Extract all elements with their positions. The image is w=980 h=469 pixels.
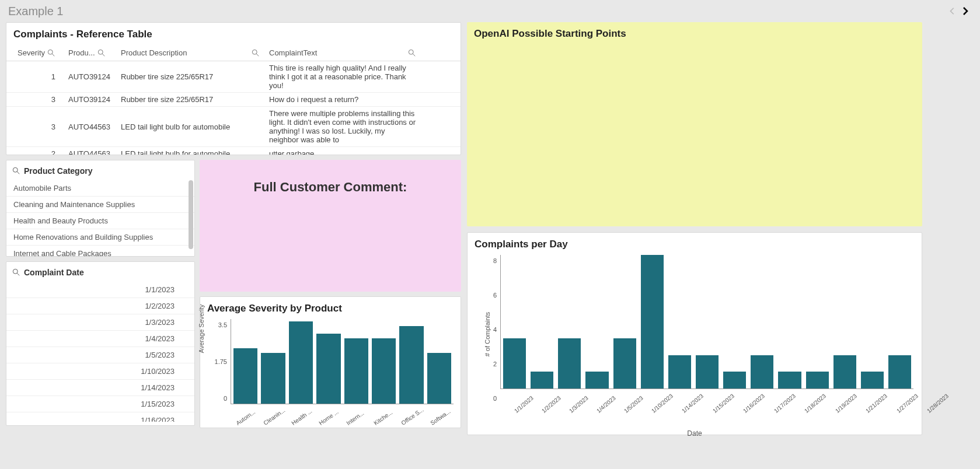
chart-bar[interactable] — [531, 372, 553, 388]
chart-bar[interactable] — [778, 372, 801, 388]
product-category-list[interactable]: Automobile PartsCleaning and Maintenance… — [6, 180, 194, 256]
chart-bar[interactable] — [641, 255, 664, 388]
avg-severity-xaxis: Autom...Cleanin...Health ...Home ...Inte… — [224, 418, 461, 428]
chart-bar[interactable] — [427, 353, 451, 404]
complaint-date-filter: Complaint Date 1/1/20231/2/20231/3/20231… — [6, 261, 195, 426]
list-item[interactable]: 1/3/2023 — [6, 314, 194, 331]
chart-bar[interactable] — [261, 353, 285, 404]
table-row[interactable]: 1AUTO39124Rubber tire size 225/65R17This… — [6, 61, 461, 93]
starting-points-title: OpenAI Possible Starting Points — [467, 22, 922, 44]
list-item[interactable]: Cleaning and Maintenance Supplies — [6, 197, 194, 213]
svg-line-9 — [17, 172, 19, 174]
search-icon[interactable] — [408, 49, 416, 57]
page-title: Example 1 — [8, 5, 946, 18]
avg-severity-yaxis: 3.51.750 — [207, 319, 231, 414]
list-item[interactable]: Home Renovations and Building Supplies — [6, 229, 194, 246]
svg-line-11 — [17, 273, 19, 275]
complaint-date-list[interactable]: 1/1/20231/2/20231/3/20231/4/20231/5/2023… — [6, 282, 194, 422]
table-row[interactable]: 3AUTO44563LED tail light bulb for automo… — [6, 107, 461, 147]
chart-bar[interactable] — [289, 321, 313, 404]
reference-table-card: Complaints - Reference Table Severity Pr… — [6, 22, 461, 155]
prev-page-button[interactable] — [946, 5, 959, 18]
avg-severity-ylabel: Average Severity — [198, 304, 205, 353]
list-item[interactable]: Health and Beauty Products — [6, 213, 194, 229]
full-comment-card: Full Customer Comment: — [200, 160, 461, 292]
chart-bar[interactable] — [558, 338, 581, 388]
chart-bar[interactable] — [861, 372, 884, 388]
col-header-complaint-text[interactable]: ComplaintText — [264, 48, 421, 57]
svg-point-0 — [48, 50, 53, 54]
complaints-per-day-xaxis: 1/1/20231/2/20231/3/20231/4/20231/5/2023… — [500, 407, 922, 416]
avg-severity-chart-card: Average Severity by Product Average Seve… — [200, 296, 461, 428]
list-item[interactable]: Internet and Cable Packages — [6, 246, 194, 256]
chart-bar[interactable] — [233, 348, 257, 404]
complaints-per-day-bars[interactable] — [500, 255, 913, 389]
next-page-button[interactable] — [959, 5, 972, 18]
chart-bar[interactable] — [751, 355, 773, 388]
search-icon[interactable] — [47, 49, 55, 57]
svg-line-5 — [256, 54, 259, 56]
list-item[interactable]: 1/1/2023 — [6, 282, 194, 298]
list-item[interactable]: 1/14/2023 — [6, 380, 194, 396]
svg-point-4 — [252, 50, 257, 54]
search-icon[interactable] — [97, 49, 106, 57]
reference-table-body[interactable]: 1AUTO39124Rubber tire size 225/65R17This… — [6, 61, 461, 155]
table-row[interactable]: 2AUTO44563LED tail light bulb for automo… — [6, 147, 461, 155]
product-category-title: Product Category — [24, 166, 92, 176]
complaints-per-day-xlabel: Date — [468, 429, 922, 438]
svg-point-8 — [13, 167, 18, 172]
search-icon[interactable] — [252, 49, 260, 57]
chart-bar[interactable] — [668, 355, 691, 388]
list-item[interactable]: 1/5/2023 — [6, 347, 194, 363]
avg-severity-title: Average Severity by Product — [200, 297, 461, 319]
chart-bar[interactable] — [503, 338, 526, 388]
col-header-product-id[interactable]: Produ... — [64, 48, 116, 57]
complaint-date-title: Complaint Date — [24, 268, 84, 277]
list-item[interactable]: 1/2/2023 — [6, 298, 194, 314]
list-item[interactable]: 1/15/2023 — [6, 396, 194, 412]
svg-line-7 — [413, 54, 415, 56]
chart-bar[interactable] — [696, 355, 719, 388]
list-item[interactable]: 1/16/2023 — [6, 412, 194, 422]
complaints-per-day-title: Complaints per Day — [468, 233, 922, 255]
chart-bar[interactable] — [372, 338, 396, 404]
list-item[interactable]: Automobile Parts — [6, 180, 194, 197]
col-header-severity[interactable]: Severity — [6, 48, 64, 57]
table-row[interactable]: 3AUTO39124Rubber tire size 225/65R17How … — [6, 93, 461, 107]
product-category-filter: Product Category Automobile PartsCleanin… — [6, 160, 195, 257]
full-comment-title: Full Customer Comment: — [254, 180, 407, 195]
svg-point-2 — [98, 50, 103, 54]
search-icon[interactable] — [12, 167, 20, 175]
complaints-per-day-card: Complaints per Day # of Complaints 86420… — [467, 232, 922, 435]
reference-table-title: Complaints - Reference Table — [6, 23, 461, 45]
scrollbar[interactable] — [189, 180, 193, 249]
svg-point-6 — [409, 50, 413, 54]
svg-line-1 — [52, 54, 54, 56]
svg-line-3 — [102, 54, 104, 56]
avg-severity-bars[interactable] — [231, 319, 454, 404]
chart-bar[interactable] — [585, 372, 608, 388]
svg-point-10 — [13, 269, 18, 274]
search-icon[interactable] — [12, 268, 20, 276]
chart-bar[interactable] — [723, 372, 746, 388]
chart-bar[interactable] — [833, 355, 856, 388]
starting-points-card: OpenAI Possible Starting Points — [467, 22, 922, 226]
chart-bar[interactable] — [888, 355, 911, 388]
chart-bar[interactable] — [613, 338, 636, 388]
list-item[interactable]: 1/10/2023 — [6, 363, 194, 380]
col-header-product-desc[interactable]: Product Description — [116, 48, 264, 57]
list-item[interactable]: 1/4/2023 — [6, 331, 194, 347]
chart-bar[interactable] — [399, 326, 423, 404]
chart-bar[interactable] — [344, 338, 368, 404]
complaints-per-day-ylabel: # of Complaints — [484, 312, 491, 356]
chart-bar[interactable] — [316, 334, 340, 404]
chart-bar[interactable] — [806, 372, 829, 388]
